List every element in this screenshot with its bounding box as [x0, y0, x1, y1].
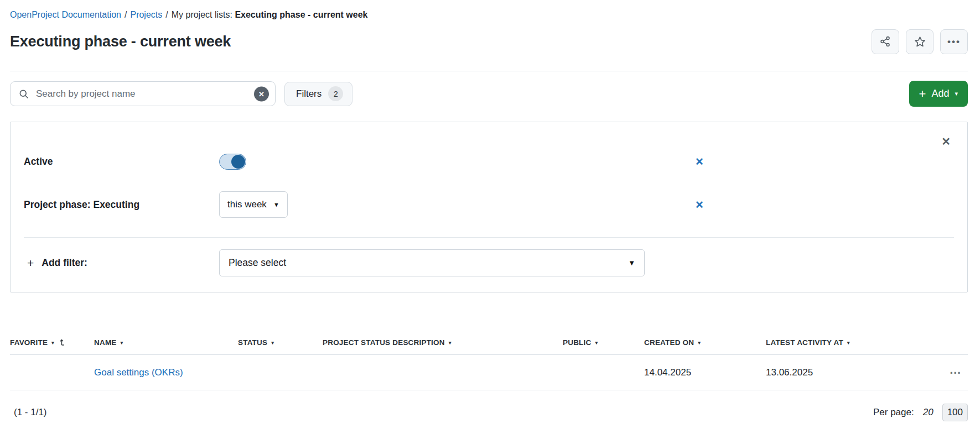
filter-label-project-phase: Project phase: Executing — [24, 199, 219, 211]
header-divider — [10, 71, 968, 71]
column-header-public[interactable]: PUBLIC ▾ — [563, 338, 644, 347]
active-toggle[interactable] — [219, 154, 246, 170]
filter-label-active: Active — [24, 156, 219, 168]
cell-actions: ⋯ — [946, 365, 969, 380]
column-header-favorite[interactable]: FAVORITE ▾ — [10, 338, 94, 347]
column-header-label: LATEST ACTIVITY AT — [766, 338, 843, 347]
plus-icon: + — [27, 257, 34, 270]
per-page-option-100-selected[interactable]: 100 — [942, 404, 968, 421]
breadcrumb-separator: / — [125, 10, 127, 19]
filters-button[interactable]: Filters 2 — [284, 82, 352, 106]
column-header-label: FAVORITE — [10, 338, 48, 347]
more-options-button[interactable]: ••• — [940, 29, 968, 54]
column-header-label: STATUS — [238, 338, 267, 347]
column-header-label: NAME — [94, 338, 117, 347]
title-row: Executing phase - current week •• — [10, 28, 968, 55]
per-page-option-20[interactable]: 20 — [923, 407, 934, 418]
clear-search-button[interactable]: ✕ — [254, 86, 269, 101]
pagination-range: (1 - 1/1) — [10, 407, 47, 418]
filter-panel: ✕ Active ✕ Project phase: Executing this… — [10, 122, 968, 292]
search-box: ✕ — [10, 81, 276, 106]
row-more-options-button[interactable]: ⋯ — [946, 365, 969, 380]
chevron-down-icon: ▾ — [847, 339, 850, 346]
share-button[interactable] — [872, 29, 899, 54]
ellipsis-icon: ⋯ — [950, 366, 962, 379]
table-header-row: FAVORITE ▾ NAME ▾ STATUS ▾ PROJECT STATU… — [10, 330, 968, 354]
filter-panel-divider — [24, 237, 954, 238]
filter-row-project-phase: Project phase: Executing this week ▼ ✕ — [24, 191, 954, 218]
remove-phase-filter-button[interactable]: ✕ — [692, 199, 707, 211]
clear-search-icon: ✕ — [258, 90, 265, 98]
breadcrumb-current-prefix: My project lists: — [172, 10, 235, 19]
cell-latest-activity-at: 13.06.2025 — [766, 367, 946, 378]
breadcrumb-link-openproject-documentation[interactable]: OpenProject Documentation — [10, 10, 121, 19]
column-header-project-status-description[interactable]: PROJECT STATUS DESCRIPTION ▾ — [323, 338, 563, 347]
projects-table: FAVORITE ▾ NAME ▾ STATUS ▾ PROJECT STATU… — [10, 330, 968, 390]
chevron-down-icon: ▾ — [121, 339, 123, 346]
filter-panel-close-button[interactable]: ✕ — [938, 135, 954, 148]
share-network-icon — [879, 35, 891, 48]
breadcrumb-separator: / — [165, 10, 168, 19]
project-link[interactable]: Goal settings (OKRs) — [94, 367, 183, 378]
select-arrow-icon: ▼ — [628, 259, 635, 267]
toolbar: ✕ Filters 2 + Add ▾ — [10, 81, 968, 107]
chevron-down-icon: ▾ — [449, 339, 452, 346]
chevron-down-icon: ▾ — [271, 339, 274, 346]
breadcrumb-link-projects[interactable]: Projects — [130, 10, 162, 19]
column-header-label: PUBLIC — [563, 338, 591, 347]
select-arrow-icon: ▼ — [273, 201, 279, 208]
remove-active-filter-button[interactable]: ✕ — [692, 156, 707, 168]
search-input[interactable] — [35, 88, 251, 100]
add-button-label: Add — [931, 88, 949, 100]
column-header-name[interactable]: NAME ▾ — [94, 338, 238, 347]
more-options-icon: ••• — [947, 37, 961, 46]
add-filter-row: + Add filter: Please select ▼ — [24, 249, 954, 276]
page-title: Executing phase - current week — [10, 33, 231, 50]
favorite-button[interactable] — [906, 29, 934, 54]
cell-name: Goal settings (OKRs) — [94, 367, 238, 378]
chevron-down-icon: ▾ — [595, 339, 598, 346]
table-footer: (1 - 1/1) Per page: 20 100 — [10, 404, 968, 421]
sort-ascending-icon — [59, 338, 66, 346]
add-button[interactable]: + Add ▾ — [909, 81, 968, 107]
chevron-down-icon: ▾ — [51, 339, 54, 346]
breadcrumb: OpenProject Documentation/Projects/My pr… — [10, 9, 968, 21]
add-filter-select-value: Please select — [229, 257, 286, 269]
filters-button-label: Filters — [296, 88, 322, 100]
column-header-label: PROJECT STATUS DESCRIPTION — [323, 338, 445, 347]
per-page-label: Per page: — [873, 407, 914, 418]
chevron-down-icon: ▾ — [698, 339, 701, 346]
toggle-knob — [231, 155, 245, 169]
filter-row-active: Active ✕ — [24, 154, 954, 170]
column-header-created-on[interactable]: CREATED ON ▾ — [644, 338, 766, 347]
add-filter-label: Add filter: — [42, 257, 87, 269]
column-header-label: CREATED ON — [644, 338, 694, 347]
remove-filter-icon: ✕ — [695, 199, 704, 211]
remove-filter-icon: ✕ — [695, 156, 704, 168]
projects-page: OpenProject Documentation/Projects/My pr… — [0, 0, 980, 439]
magnifier-icon — [18, 88, 29, 100]
close-icon: ✕ — [941, 135, 951, 148]
breadcrumb-current: Executing phase - current week — [235, 10, 367, 19]
phase-period-value: this week — [227, 199, 267, 210]
filters-count-badge: 2 — [328, 86, 343, 101]
chevron-down-icon: ▾ — [955, 90, 958, 97]
column-header-latest-activity-at[interactable]: LATEST ACTIVITY AT ▾ — [766, 338, 946, 347]
phase-period-select[interactable]: this week ▼ — [219, 191, 288, 218]
cell-created-on: 14.04.2025 — [644, 367, 766, 378]
per-page-controls: Per page: 20 100 — [873, 404, 968, 421]
add-filter-label-group: + Add filter: — [24, 257, 219, 270]
title-actions: ••• — [872, 29, 968, 54]
add-filter-select[interactable]: Please select ▼ — [219, 249, 645, 276]
column-header-status[interactable]: STATUS ▾ — [238, 338, 323, 347]
plus-icon: + — [919, 88, 926, 100]
star-outline-icon — [914, 35, 926, 48]
table-row: Goal settings (OKRs) 14.04.2025 13.06.20… — [10, 354, 968, 390]
